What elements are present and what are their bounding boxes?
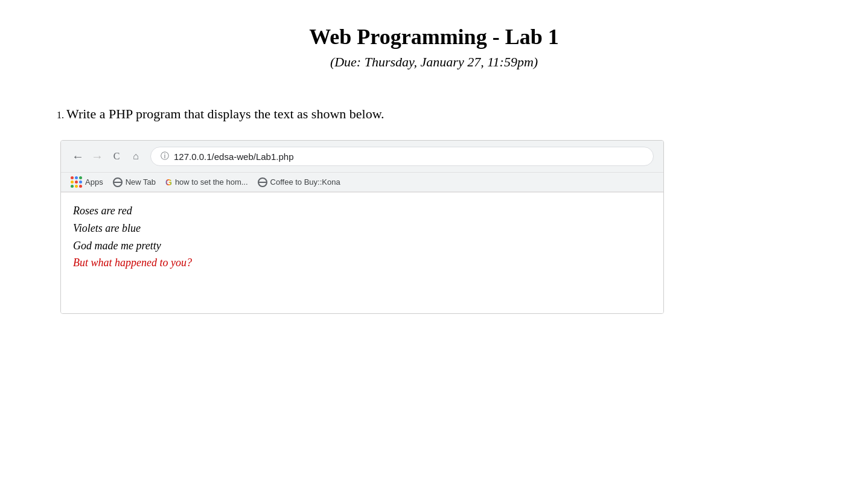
bookmark-how-to[interactable]: G how to set the hom...	[165, 177, 248, 187]
poem-line-2: Violets are blue	[73, 220, 651, 237]
browser-mockup: ← → C ⌂ ⓘ 127.0.0.1/edsa-web/Lab1.php	[60, 140, 664, 314]
nav-buttons: ← → C ⌂	[71, 150, 143, 164]
back-button[interactable]: ←	[71, 150, 85, 164]
address-text: 127.0.0.1/edsa-web/Lab1.php	[174, 152, 294, 162]
question-1-text: Write a PHP program that displays the te…	[66, 106, 385, 121]
refresh-button[interactable]: C	[109, 151, 124, 162]
poem-line-4: But what happened to you?	[73, 254, 651, 272]
bookmarks-bar: Apps New Tab G how to set the hom... Cof…	[61, 173, 663, 192]
apps-grid-icon	[71, 176, 82, 188]
forward-button[interactable]: →	[90, 150, 104, 164]
globe-icon-1	[113, 177, 123, 187]
page-title: Web Programming - Lab 1	[48, 24, 820, 50]
how-to-label: how to set the hom...	[175, 177, 248, 187]
page-header: Web Programming - Lab 1 (Due: Thursday, …	[48, 24, 820, 70]
new-tab-label: New Tab	[126, 177, 156, 187]
browser-content: Roses are red Violets are blue God made …	[61, 193, 663, 313]
poem-line-1: Roses are red	[73, 202, 651, 220]
apps-label: Apps	[85, 177, 103, 187]
coffee-label: Coffee to Buy::Kona	[270, 177, 340, 187]
bookmark-new-tab[interactable]: New Tab	[113, 177, 156, 187]
google-g-icon: G	[165, 177, 172, 187]
questions-list: Write a PHP program that displays the te…	[48, 106, 820, 314]
bookmark-coffee[interactable]: Coffee to Buy::Kona	[258, 177, 340, 187]
page-subtitle: (Due: Thursday, January 27, 11:59pm)	[48, 54, 820, 70]
poem-line-3: God made me pretty	[73, 237, 651, 255]
browser-toolbar: ← → C ⌂ ⓘ 127.0.0.1/edsa-web/Lab1.php	[61, 141, 663, 173]
home-button[interactable]: ⌂	[129, 151, 143, 162]
info-icon: ⓘ	[161, 151, 169, 162]
address-bar[interactable]: ⓘ 127.0.0.1/edsa-web/Lab1.php	[150, 147, 654, 166]
globe-icon-2	[258, 177, 267, 187]
question-1: Write a PHP program that displays the te…	[66, 106, 820, 314]
bookmark-apps[interactable]: Apps	[71, 176, 103, 188]
